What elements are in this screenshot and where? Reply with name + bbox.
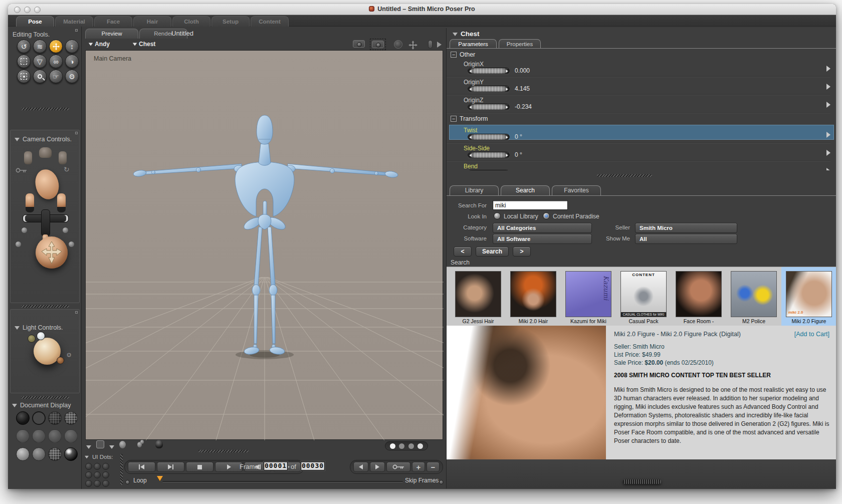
- right-hand-icon[interactable]: [57, 193, 66, 212]
- result-thumb-7[interactable]: miki 2.0Miki 2.0 Figure: [781, 267, 836, 326]
- display-style-smooth-icon[interactable]: [32, 447, 46, 461]
- room-tab-face[interactable]: Face: [94, 16, 132, 27]
- face-camera-icon[interactable]: [34, 168, 61, 201]
- param-label[interactable]: Bend: [464, 163, 478, 170]
- camera-name-label[interactable]: Main Camera: [94, 55, 131, 62]
- display-style-dim-icon[interactable]: [64, 429, 78, 443]
- result-thumb-1[interactable]: G2 Jessi Hair: [451, 267, 506, 326]
- camera-trackball[interactable]: [36, 236, 68, 269]
- ui-dot[interactable]: [85, 463, 92, 470]
- tool-taper-icon[interactable]: ▽: [33, 55, 47, 68]
- camera-dot[interactable]: [16, 241, 21, 247]
- param-label[interactable]: OriginY: [464, 79, 484, 86]
- param-value[interactable]: 0.000: [515, 67, 530, 74]
- display-style-solid-black-icon[interactable]: [16, 411, 30, 425]
- result-thumb-5[interactable]: Face Room -: [671, 267, 726, 326]
- skip-frames-dot[interactable]: [439, 480, 444, 484]
- ui-dot[interactable]: [102, 463, 109, 470]
- light-indicator-3[interactable]: [57, 357, 64, 364]
- tab-properties[interactable]: Properties: [499, 39, 541, 49]
- timeline-position-marker[interactable]: [157, 476, 163, 481]
- seller-dropdown[interactable]: Smith Micro: [635, 223, 737, 233]
- timeline-splitter[interactable]: [198, 450, 249, 452]
- frame-current-field[interactable]: 00001: [264, 461, 288, 470]
- camera-dot[interactable]: [63, 227, 68, 233]
- local-library-radio[interactable]: [494, 212, 501, 219]
- param-value[interactable]: 0 °: [515, 151, 522, 158]
- document-display-title[interactable]: Document Display: [12, 400, 71, 409]
- depth-cue-toggle[interactable]: [86, 442, 94, 451]
- display-style-outline-icon[interactable]: [32, 411, 46, 425]
- param-menu-arrow-icon[interactable]: [826, 150, 830, 156]
- tab-favorites[interactable]: Favorites: [552, 185, 601, 195]
- tool-translate-pull-icon[interactable]: [49, 40, 63, 53]
- tool-translate-in-out-icon[interactable]: ↕: [65, 40, 79, 53]
- go-first-button[interactable]: [128, 462, 155, 472]
- prev-page-button[interactable]: <: [454, 246, 472, 257]
- key-icon[interactable]: [16, 167, 28, 173]
- room-tab-hair[interactable]: Hair: [133, 16, 171, 27]
- camera-select-icon[interactable]: [370, 39, 386, 50]
- display-style-dim-icon[interactable]: [16, 429, 30, 443]
- body-camera-vertical-icon[interactable]: [41, 209, 50, 236]
- param-menu-arrow-icon[interactable]: [826, 66, 830, 72]
- light-indicator-1[interactable]: [28, 335, 36, 343]
- add-to-cart-link[interactable]: [Add to Cart]: [794, 331, 829, 338]
- software-dropdown[interactable]: All Software: [493, 234, 592, 244]
- ui-dot[interactable]: [85, 480, 92, 487]
- resize-handle[interactable]: [623, 479, 661, 484]
- move-axes-icon[interactable]: [408, 40, 418, 50]
- timeline-scrubber[interactable]: [162, 481, 403, 482]
- tool-twist-icon[interactable]: ≋: [33, 40, 47, 53]
- collapse-group-button[interactable]: −: [451, 116, 457, 122]
- ui-dot[interactable]: [94, 463, 101, 470]
- param-label[interactable]: Twist: [464, 127, 477, 134]
- frame-total-field[interactable]: 00030: [301, 461, 325, 470]
- display-style-wire-icon[interactable]: [64, 411, 78, 425]
- tool-scale-icon[interactable]: [17, 55, 31, 68]
- panel-splitter[interactable]: [597, 174, 652, 177]
- search-button[interactable]: Search: [476, 246, 509, 257]
- camera-view-icon[interactable]: [353, 40, 365, 48]
- collapse-group-button[interactable]: −: [451, 52, 457, 58]
- camera-dot[interactable]: [22, 227, 27, 233]
- left-hand-camera-icon[interactable]: [24, 151, 32, 164]
- ui-dots-title[interactable]: UI Dots:: [84, 454, 113, 460]
- room-tab-setup[interactable]: Setup: [212, 16, 250, 27]
- ui-dot[interactable]: [94, 480, 101, 487]
- bend-dial[interactable]: [468, 170, 510, 170]
- display-indicator-pill[interactable]: [385, 441, 428, 450]
- hand-tool-icon[interactable]: [428, 40, 433, 49]
- style-menu-toggle[interactable]: [109, 442, 117, 451]
- show-me-dropdown[interactable]: All: [635, 234, 737, 244]
- tracking-ball-icon[interactable]: [119, 441, 126, 448]
- param-menu-arrow-icon[interactable]: [826, 102, 830, 108]
- tool-grouping-icon[interactable]: [17, 70, 31, 83]
- content-paradise-radio[interactable]: [543, 212, 550, 219]
- ui-dot[interactable]: [102, 480, 109, 487]
- result-thumb-4[interactable]: CONTENTCASUAL CLOTHES for MIKICasual Pac…: [616, 267, 671, 326]
- param-menu-arrow-icon[interactable]: [826, 168, 830, 170]
- display-style-smooth-light-icon[interactable]: [16, 447, 30, 461]
- originy-dial[interactable]: [468, 86, 510, 92]
- search-input[interactable]: [493, 200, 568, 210]
- display-style-wire-icon[interactable]: [48, 447, 62, 461]
- room-tab-content[interactable]: Content: [251, 16, 289, 27]
- display-style-dim-icon[interactable]: [48, 429, 62, 443]
- light-indicator-2[interactable]: [37, 332, 45, 340]
- display-style-gloss-black-icon[interactable]: [64, 447, 78, 461]
- ui-dot[interactable]: [94, 471, 101, 478]
- param-value[interactable]: -0.234: [515, 103, 532, 110]
- trackball-mini-icon[interactable]: [394, 40, 402, 49]
- local-library-label[interactable]: Local Library: [504, 213, 538, 220]
- param-value[interactable]: 4.145: [515, 85, 530, 92]
- result-thumb-6[interactable]: M2 Police: [726, 267, 781, 326]
- tool-rotate-icon[interactable]: ↺: [17, 40, 31, 53]
- camera-controls-title[interactable]: Camera Controls.: [15, 134, 72, 143]
- go-last-button[interactable]: [157, 462, 184, 472]
- viewport[interactable]: Main Camera: [85, 50, 443, 440]
- display-style-dim-icon[interactable]: [32, 429, 46, 443]
- tool-direct-manipulation-icon[interactable]: ⚙: [65, 70, 79, 83]
- content-paradise-label[interactable]: Content Paradise: [553, 213, 599, 220]
- left-hand-icon[interactable]: [26, 193, 34, 212]
